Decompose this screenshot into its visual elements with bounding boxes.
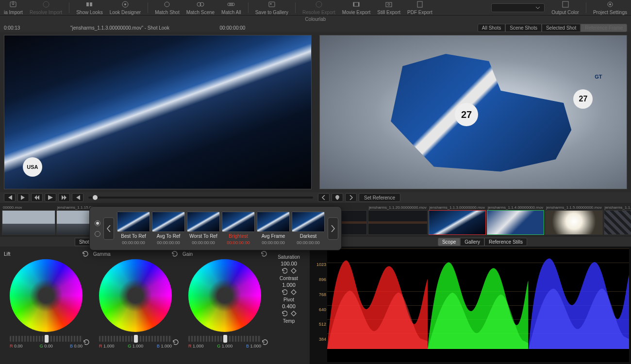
- svg-point-23: [609, 3, 611, 5]
- clip-thumbnail[interactable]: 00000.mov: [2, 205, 55, 235]
- rewind-button[interactable]: [31, 193, 43, 202]
- ref-option[interactable]: Darkest00:00:00:00: [292, 212, 325, 245]
- clip-filename: jensharms_1.1.5.00000000.mov: [545, 205, 602, 210]
- clip-thumbnail[interactable]: jensharms_1.1.20.00000000.mov: [368, 205, 428, 235]
- keyframe-icon[interactable]: [290, 267, 297, 274]
- forward-button[interactable]: [58, 193, 70, 202]
- clip-thumbnail[interactable]: jensharms_1.1.5.00000000.mov: [545, 205, 602, 235]
- ref-option[interactable]: Avg Frame00:00:00:00: [257, 212, 290, 245]
- ref-option-label: Worst To Ref: [189, 233, 217, 239]
- keyframe-icon[interactable]: [290, 310, 297, 316]
- gain-wheel[interactable]: [188, 259, 261, 332]
- popup-radio-images[interactable]: [95, 220, 100, 226]
- transport-bar: Set Reference: [0, 192, 631, 203]
- reset-icon[interactable]: [172, 339, 179, 346]
- parade-blue: [529, 248, 629, 362]
- gt-badge: GT: [595, 74, 602, 80]
- left-viewer[interactable]: USA: [0, 32, 316, 192]
- look-designer-button[interactable]: Look Designer: [110, 0, 141, 15]
- still-export-button[interactable]: Still Export: [377, 0, 400, 15]
- right-viewer[interactable]: 27 27 GT: [316, 32, 631, 192]
- reset-icon[interactable]: [261, 339, 268, 346]
- chevron-left-icon: [106, 225, 111, 232]
- timeline-slider[interactable]: [88, 197, 313, 199]
- svg-rect-12: [269, 2, 275, 7]
- reference-frame-popup: Best To Ref00:00:00:00Avg To Ref00:00:00…: [89, 206, 342, 250]
- resolve-import-icon: [42, 0, 50, 9]
- reset-icon[interactable]: [281, 267, 287, 274]
- reset-icon[interactable]: [281, 310, 287, 316]
- saturation-value[interactable]: 100.00: [281, 261, 297, 266]
- project-settings-button[interactable]: Project Settings: [593, 0, 627, 15]
- tab-reference-stills[interactable]: Reference Stills: [484, 238, 527, 246]
- set-reference-button[interactable]: Set Reference: [359, 193, 400, 202]
- pill-selected-shot[interactable]: Selected Shot: [542, 24, 581, 32]
- popup-prev-button[interactable]: [103, 217, 114, 240]
- media-import-button[interactable]: ia Import: [4, 0, 23, 15]
- svg-point-19: [388, 3, 390, 5]
- reset-icon[interactable]: [281, 289, 287, 295]
- gamma-master-slider[interactable]: [99, 336, 172, 342]
- play-button[interactable]: [45, 193, 56, 202]
- gamma-wheel[interactable]: [99, 259, 172, 332]
- output-color-button[interactable]: Output Color: [551, 0, 579, 15]
- movie-export-button[interactable]: Movie Export: [342, 0, 370, 15]
- clip-filename: jensharms_1.1.6: [604, 205, 631, 210]
- ref-option[interactable]: Brightest00:00:00:00: [222, 212, 255, 245]
- match-shot-button[interactable]: Match Shot: [155, 0, 180, 15]
- ref-option-timecode: 00:00:00:00: [122, 240, 145, 245]
- show-looks-button[interactable]: Show Looks: [76, 0, 102, 15]
- to-start-button[interactable]: [4, 193, 16, 202]
- lift-wheel[interactable]: [10, 259, 83, 332]
- pill-all-shots[interactable]: All Shots: [478, 24, 505, 32]
- ref-option-label: Avg To Ref: [157, 233, 181, 239]
- ref-option[interactable]: Avg To Ref00:00:00:00: [152, 212, 185, 245]
- clip-thumbnail[interactable]: jensharms_1.1.6: [604, 205, 631, 235]
- output-dropdown[interactable]: [491, 3, 545, 12]
- popup-radio-timecode[interactable]: [95, 231, 100, 237]
- pivot-value[interactable]: 0.400: [282, 303, 296, 309]
- ref-option[interactable]: Best To Ref00:00:00:00: [117, 212, 150, 245]
- save-gallery-button[interactable]: Save to Gallery: [255, 0, 288, 15]
- lift-master-slider[interactable]: [10, 336, 83, 342]
- parade-red: [327, 248, 428, 362]
- contrast-value[interactable]: 1.000: [282, 282, 296, 288]
- gallery-icon: [267, 0, 276, 9]
- parade-green: [428, 248, 528, 362]
- ref-option-timecode: 00:00:00:00: [157, 240, 180, 245]
- pdf-export-button[interactable]: PDF Export: [407, 0, 432, 15]
- separator: [586, 2, 586, 13]
- tab-scope[interactable]: Scope: [438, 238, 460, 246]
- pill-scene-shots[interactable]: Scene Shots: [505, 24, 542, 32]
- keyframe-icon[interactable]: [290, 289, 297, 295]
- ref-option[interactable]: Worst To Ref00:00:00:00: [187, 212, 220, 245]
- scope-graph[interactable]: [327, 248, 629, 362]
- next-button[interactable]: [345, 193, 357, 202]
- clip-thumbnail[interactable]: jensharms_1.1.4.00000000.mov: [487, 205, 544, 235]
- popup-next-button[interactable]: [328, 217, 338, 240]
- marker-icon: [335, 195, 340, 200]
- match-all-button[interactable]: Match All: [221, 0, 241, 15]
- match-all-icon: [227, 0, 235, 9]
- reset-icon[interactable]: [83, 339, 89, 346]
- scope-tick: 768: [313, 292, 326, 297]
- reset-icon[interactable]: [260, 250, 267, 257]
- reset-icon[interactable]: [82, 250, 88, 257]
- loop-button[interactable]: [72, 193, 83, 202]
- resolve-import-button[interactable]: Resolve Import: [30, 0, 62, 15]
- prev-button[interactable]: [318, 193, 330, 202]
- to-end-button[interactable]: [17, 193, 29, 202]
- left-clip-title: "jensharms_1.1.3.00000000.mov" - Shot Lo…: [24, 25, 216, 31]
- clip-thumbnail[interactable]: jensharms_1.1.3.00000000.mov: [429, 205, 486, 235]
- pill-reference-frame[interactable]: Reference Frame: [581, 24, 627, 32]
- svg-point-5: [124, 3, 126, 5]
- scope-panel: 1023896768640512384: [310, 247, 631, 364]
- marker-button[interactable]: [332, 193, 343, 202]
- gain-master-slider[interactable]: [188, 336, 261, 342]
- reset-icon[interactable]: [171, 250, 178, 257]
- tab-gallery[interactable]: Gallery: [460, 238, 484, 246]
- usa-badge: USA: [23, 157, 42, 177]
- match-scene-button[interactable]: Match Scene: [186, 0, 215, 15]
- resolve-export-button[interactable]: Resolve Export: [302, 0, 335, 15]
- scope-tick: 512: [313, 322, 326, 327]
